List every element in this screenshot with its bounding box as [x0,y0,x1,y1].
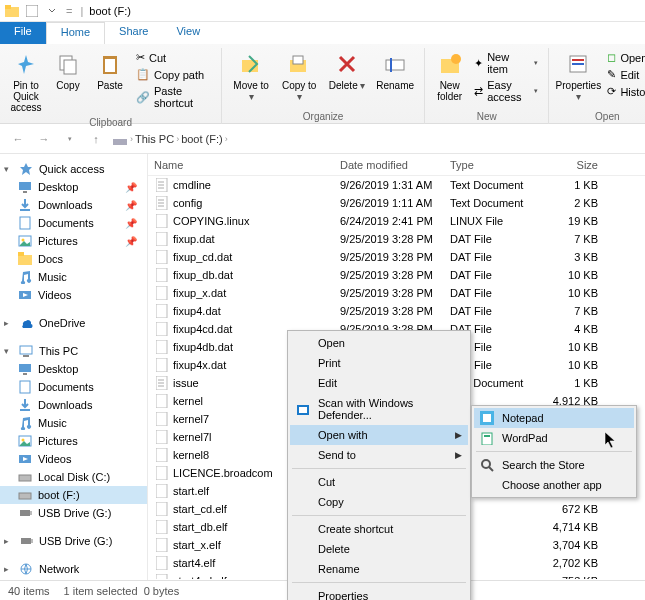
file-row[interactable]: fixup_x.dat9/25/2019 3:28 PMDAT File10 K… [148,284,645,302]
file-row[interactable]: fixup.dat9/25/2019 3:28 PMDAT File7 KB [148,230,645,248]
col-name[interactable]: Name [148,159,334,171]
easy-access-button[interactable]: ⇄Easy access ▾ [472,78,540,104]
nav-pane: ▾Quick access Desktop📌 Downloads📌 Docume… [0,154,148,580]
sidebar-item[interactable]: ▾This PC [0,342,147,360]
menu-item[interactable]: Print [290,353,468,373]
sidebar-item-label: Quick access [39,163,104,175]
menu-item[interactable]: Choose another app [474,475,634,495]
sidebar-item[interactable]: ▾Quick access [0,160,147,178]
qat-save-icon[interactable] [24,3,40,19]
svg-rect-56 [156,304,167,318]
menu-item[interactable]: Notepad [474,408,634,428]
paste-shortcut-button[interactable]: 🔗Paste shortcut [134,84,213,110]
sidebar-item[interactable]: Videos [0,450,147,468]
sidebar-item[interactable]: Documents [0,378,147,396]
move-to-button[interactable]: Move to ▾ [228,48,274,104]
file-size: 19 KB [544,215,604,227]
menu-item-label: Copy [318,496,344,508]
sidebar-item[interactable]: boot (F:) [0,486,147,504]
copy-icon [54,50,82,78]
sidebar-item[interactable]: ▸OneDrive [0,314,147,332]
file-row[interactable]: fixup_cd.dat9/25/2019 3:28 PMDAT File3 K… [148,248,645,266]
sidebar-item[interactable]: Desktop📌 [0,178,147,196]
edit-button[interactable]: ✎Edit [605,67,645,82]
sidebar-item[interactable]: Local Disk (C:) [0,468,147,486]
file-row[interactable]: fixup4.dat9/25/2019 3:28 PMDAT File7 KB [148,302,645,320]
copypath-icon: 📋 [136,68,150,81]
file-row[interactable]: fixup_db.dat9/25/2019 3:28 PMDAT File10 … [148,266,645,284]
sidebar-item[interactable]: Downloads [0,396,147,414]
menu-item[interactable]: Search the Store [474,455,634,475]
rename-button[interactable]: Rename [372,48,418,93]
sidebar-item[interactable]: Music [0,268,147,286]
tab-home[interactable]: Home [46,22,105,44]
menu-item[interactable]: Open [290,333,468,353]
file-icon [154,268,170,282]
paste-button[interactable]: Paste [90,48,130,93]
qat-dropdown-icon[interactable] [44,3,60,19]
sidebar-item[interactable]: ▸USB Drive (G:) [0,532,147,550]
back-button[interactable]: ← [8,129,28,149]
file-row[interactable]: config9/26/2019 1:11 AMText Document2 KB [148,194,645,212]
forward-button[interactable]: → [34,129,54,149]
sidebar-item[interactable]: USB Drive (G:) [0,504,147,522]
open-button[interactable]: ◻Open ▾ [605,50,645,65]
menu-item[interactable]: Cut [290,472,468,492]
menu-item-label: Notepad [502,412,544,424]
svg-rect-57 [156,322,167,336]
history-button[interactable]: ⟳History [605,84,645,99]
copy-to-button[interactable]: Copy to ▾ [276,48,322,104]
file-icon [154,412,170,426]
sidebar-item[interactable]: Downloads📌 [0,196,147,214]
tab-share[interactable]: Share [105,22,162,44]
properties-button[interactable]: Properties ▾ [555,48,601,104]
sidebar-item[interactable]: Docs [0,250,147,268]
menu-item[interactable]: Properties [290,586,468,600]
pin-quick-access-button[interactable]: Pin to Quick access [6,48,46,115]
menu-item[interactable]: Copy [290,492,468,512]
copy-button[interactable]: Copy [48,48,88,93]
menu-item[interactable]: Delete [290,539,468,559]
menu-item[interactable]: Edit [290,373,468,393]
file-icon [154,502,170,516]
new-item-button[interactable]: ✦New item ▾ [472,50,540,76]
delete-button[interactable]: Delete ▾ [324,48,370,93]
menu-item[interactable]: Scan with Windows Defender... [290,393,468,425]
col-size[interactable]: Size [544,159,604,171]
history-dropdown[interactable]: ▾ [60,129,80,149]
sidebar-item[interactable]: Music [0,414,147,432]
sidebar-item[interactable]: Videos [0,286,147,304]
file-size: 3 KB [544,251,604,263]
menu-item[interactable]: Open with▶ [290,425,468,445]
sidebar-item[interactable]: Pictures [0,432,147,450]
breadcrumb-item[interactable]: This PC [135,133,174,145]
sidebar-item[interactable]: ▸Network [0,560,147,578]
sidebar-item[interactable]: Documents📌 [0,214,147,232]
sidebar-item[interactable]: Desktop [0,360,147,378]
sidebar-item-label: Desktop [38,181,78,193]
menu-item[interactable]: WordPad [474,428,634,448]
menu-item[interactable]: Send to▶ [290,445,468,465]
file-icon [154,286,170,300]
cut-button[interactable]: ✂Cut [134,50,213,65]
breadcrumb-item[interactable]: boot (F:) [181,133,223,145]
menu-item[interactable]: Create shortcut [290,519,468,539]
copy-path-button[interactable]: 📋Copy path [134,67,213,82]
menu-item[interactable]: Rename [290,559,468,579]
file-icon [154,376,170,390]
col-date[interactable]: Date modified [334,159,444,171]
col-type[interactable]: Type [444,159,544,171]
tab-view[interactable]: View [162,22,214,44]
ribbon-tabs: File Home Share View [0,22,645,44]
new-folder-button[interactable]: New folder [431,48,468,104]
file-row[interactable]: cmdline9/26/2019 1:31 AMText Document1 K… [148,176,645,194]
up-button[interactable]: ↑ [86,129,106,149]
svg-rect-69 [156,484,167,498]
sidebar-item[interactable]: Pictures📌 [0,232,147,250]
tab-file[interactable]: File [0,22,46,44]
file-row[interactable]: COPYING.linux6/24/2019 2:41 PMLINUX File… [148,212,645,230]
menu-item-label: Create shortcut [318,523,393,535]
breadcrumb[interactable]: › This PC › boot (F:) › [112,132,228,146]
svg-point-85 [482,460,490,468]
sidebar-item-label: This PC [39,345,78,357]
